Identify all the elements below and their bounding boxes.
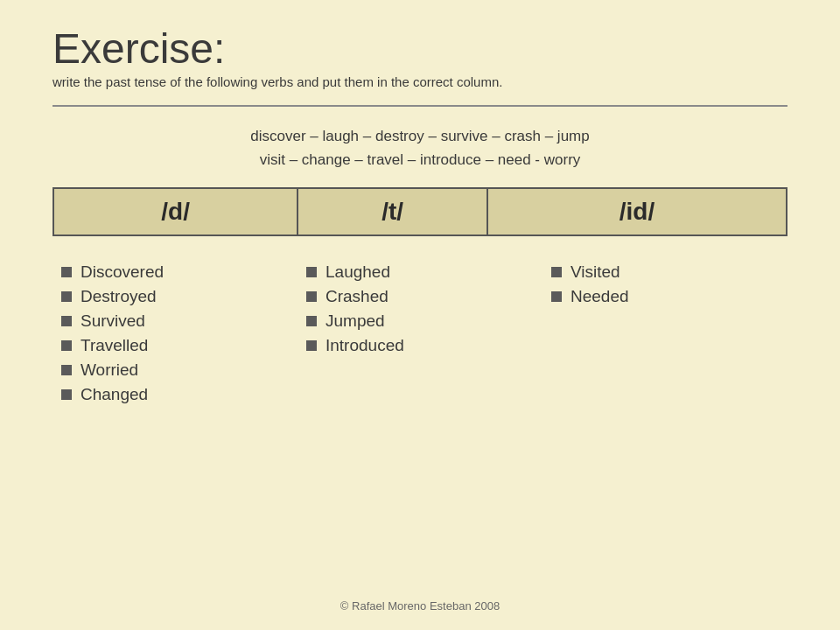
item-label: Travelled (80, 336, 148, 355)
bullet-icon (306, 267, 317, 277)
verb-table: /d/ /t/ /id/ (52, 187, 788, 236)
bullet-icon (61, 291, 72, 302)
bullet-icon (61, 365, 72, 375)
col-t-sound: LaughedCrashedJumpedIntroduced (298, 262, 542, 410)
list-item: Travelled (61, 336, 289, 355)
col-id-sound: VisitedNeeded (542, 262, 788, 410)
title-section: Exercise: write the past tense of the fo… (52, 26, 788, 89)
table-section: /d/ /t/ /id/ (52, 187, 788, 236)
list-item: Jumped (306, 312, 534, 331)
list-item: Destroyed (61, 287, 289, 306)
bullet-icon (306, 291, 317, 302)
item-label: Visited (570, 262, 620, 282)
verb-list-section: discover – laugh – destroy – survive – c… (52, 124, 788, 172)
bullet-icon (551, 267, 562, 277)
item-label: Laughed (326, 262, 390, 282)
verb-line-2: visit – change – travel – introduce – ne… (52, 148, 788, 172)
list-item: Survived (61, 312, 289, 331)
list-item: Discovered (61, 262, 289, 282)
list-item: Laughed (306, 262, 534, 282)
bullet-icon (306, 340, 317, 351)
list-item: Needed (551, 287, 779, 306)
item-label: Jumped (326, 312, 385, 331)
verb-line-1: discover – laugh – destroy – survive – c… (52, 124, 788, 148)
item-label: Crashed (326, 287, 388, 306)
main-title: Exercise: (52, 26, 788, 73)
bullet-icon (61, 316, 72, 326)
item-label: Introduced (326, 336, 404, 355)
list-item: Worried (61, 360, 289, 380)
page-container: Exercise: write the past tense of the fo… (0, 0, 840, 630)
bullet-icon (306, 316, 317, 326)
list-item: Crashed (306, 287, 534, 306)
item-label: Changed (80, 385, 148, 404)
col-d-sound: DiscoveredDestroyedSurvivedTravelledWorr… (52, 262, 298, 410)
item-label: Survived (80, 312, 145, 331)
bullet-icon (61, 340, 72, 351)
col-header-d: /d/ (53, 188, 298, 235)
item-label: Needed (570, 287, 629, 306)
divider (52, 105, 788, 107)
bullet-icon (61, 389, 72, 400)
item-label: Destroyed (80, 287, 157, 306)
col-header-id: /id/ (487, 188, 787, 235)
footer: © Rafael Moreno Esteban 2008 (0, 599, 840, 612)
list-item: Introduced (306, 336, 534, 355)
item-label: Worried (80, 360, 138, 380)
subtitle: write the past tense of the following ve… (52, 74, 788, 89)
bullet-icon (61, 267, 72, 277)
columns-section: DiscoveredDestroyedSurvivedTravelledWorr… (52, 254, 788, 410)
bullet-icon (551, 291, 562, 302)
list-item: Visited (551, 262, 779, 282)
list-item: Changed (61, 385, 289, 404)
col-header-t: /t/ (298, 188, 487, 235)
item-label: Discovered (80, 262, 164, 282)
